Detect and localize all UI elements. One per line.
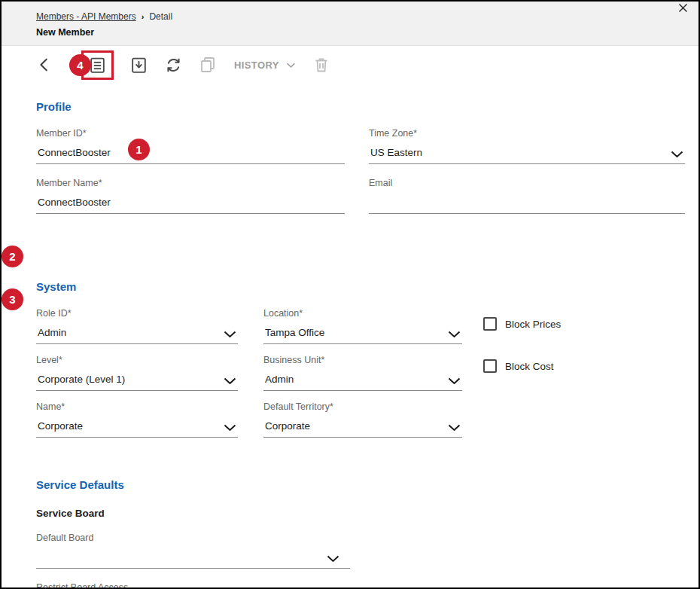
annotation-badge-1: 1: [128, 139, 150, 160]
dropdown-chevron-icon: [224, 331, 236, 338]
member-detail-window: 1 2 3 Members - API Members › Detail New…: [0, 0, 700, 589]
breadcrumb-separator-icon: ›: [142, 12, 145, 21]
role-id-label: Role ID*: [36, 308, 238, 319]
location-value: Tampa Office: [265, 327, 324, 338]
role-id-field: Role ID* Admin: [36, 308, 238, 344]
role-id-value: Admin: [38, 327, 66, 338]
name-value: Corporate: [38, 420, 83, 432]
default-board-label: Default Board: [36, 533, 350, 543]
location-label: Location*: [263, 308, 462, 319]
dropdown-chevron-icon: [448, 377, 461, 385]
business-unit-field: Business Unit* Admin: [263, 355, 462, 391]
dropdown-chevron-icon: [224, 377, 236, 385]
location-select[interactable]: Tampa Office: [263, 324, 462, 344]
dropdown-chevron-icon: [448, 424, 461, 432]
service-board-subheading: Service Board: [36, 508, 683, 519]
name-select[interactable]: Corporate: [36, 417, 238, 438]
default-territory-select[interactable]: Corporate: [263, 417, 462, 438]
refresh-icon[interactable]: [164, 56, 183, 75]
system-grid: Role ID* Admin Location* Tampa Office: [36, 308, 683, 438]
location-field: Location* Tampa Office: [263, 308, 462, 344]
level-value: Corporate (Level 1): [38, 374, 125, 385]
member-name-label: Member Name*: [36, 178, 345, 188]
checkbox-unchecked-icon: [483, 317, 497, 331]
copy-icon: [199, 56, 217, 74]
breadcrumb-current: Detail: [149, 11, 172, 22]
default-territory-value: Corporate: [265, 420, 310, 432]
dropdown-chevron-icon: [327, 555, 339, 563]
block-cost-label: Block Cost: [505, 361, 554, 372]
member-name-value: ConnectBooster: [38, 197, 111, 208]
annotation-badge-3: 3: [2, 288, 23, 310]
time-zone-field: Time Zone* US Eastern: [369, 128, 685, 164]
annotation-badge-2: 2: [2, 246, 23, 267]
email-label: Email: [369, 178, 685, 188]
breadcrumb: Members - API Members › Detail: [36, 11, 683, 22]
service-defaults-section-heading: Service Defaults: [36, 478, 683, 491]
member-id-input[interactable]: ConnectBooster: [36, 144, 345, 164]
system-checkbox-column: Block Prices Block Cost: [483, 308, 561, 438]
time-zone-select[interactable]: US Eastern: [369, 144, 685, 164]
chevron-down-icon: [285, 60, 297, 71]
level-select[interactable]: Corporate (Level 1): [36, 371, 238, 391]
block-prices-label: Block Prices: [505, 319, 561, 330]
email-field: Email: [369, 178, 685, 214]
level-field: Level* Corporate (Level 1): [36, 355, 238, 391]
page-title: New Member: [36, 27, 683, 38]
form-content: Profile Member ID* ConnectBooster Time Z…: [2, 100, 698, 589]
time-zone-value: US Eastern: [370, 147, 422, 158]
business-unit-value: Admin: [265, 374, 294, 385]
level-label: Level*: [36, 355, 238, 365]
business-unit-select[interactable]: Admin: [263, 371, 462, 391]
business-unit-label: Business Unit*: [263, 355, 462, 365]
save-and-keep-icon[interactable]: [129, 56, 148, 75]
name-label: Name*: [36, 401, 238, 412]
member-name-input[interactable]: ConnectBooster: [36, 194, 345, 214]
dropdown-chevron-icon: [448, 331, 461, 338]
member-id-value: ConnectBooster: [38, 147, 111, 158]
member-name-field: Member Name* ConnectBooster: [36, 178, 345, 214]
history-label: HISTORY: [234, 60, 279, 71]
block-cost-checkbox[interactable]: Block Cost: [483, 359, 561, 373]
member-id-label: Member ID*: [36, 128, 345, 139]
back-chevron-icon[interactable]: [36, 56, 53, 73]
default-territory-field: Default Territory* Corporate: [263, 401, 462, 438]
checkbox-unchecked-icon: [483, 359, 497, 373]
toolbar: 4: [2, 46, 698, 84]
member-id-field: Member ID* ConnectBooster: [36, 128, 345, 164]
breadcrumb-link-members[interactable]: Members - API Members: [36, 11, 136, 22]
block-prices-checkbox[interactable]: Block Prices: [483, 317, 561, 331]
history-dropdown[interactable]: HISTORY: [234, 60, 297, 71]
dropdown-chevron-icon: [671, 151, 683, 158]
default-territory-label: Default Territory*: [263, 401, 462, 412]
role-id-select[interactable]: Admin: [36, 324, 238, 344]
time-zone-label: Time Zone*: [369, 128, 685, 139]
restrict-board-access-field: Restrict Board Access: [36, 582, 350, 589]
trash-icon: [312, 56, 330, 74]
name-field: Name* Corporate: [36, 401, 238, 438]
restrict-board-access-label: Restrict Board Access: [36, 582, 350, 589]
close-icon[interactable]: [677, 2, 689, 14]
dropdown-chevron-icon: [224, 424, 236, 432]
system-section-heading: System: [36, 280, 683, 293]
profile-section-heading: Profile: [36, 100, 683, 113]
default-board-field: Default Board: [36, 533, 350, 569]
email-input[interactable]: [369, 194, 685, 214]
annotation-badge-4: 4: [69, 54, 91, 76]
header: Members - API Members › Detail New Membe…: [2, 2, 698, 46]
default-board-select[interactable]: [36, 548, 350, 569]
